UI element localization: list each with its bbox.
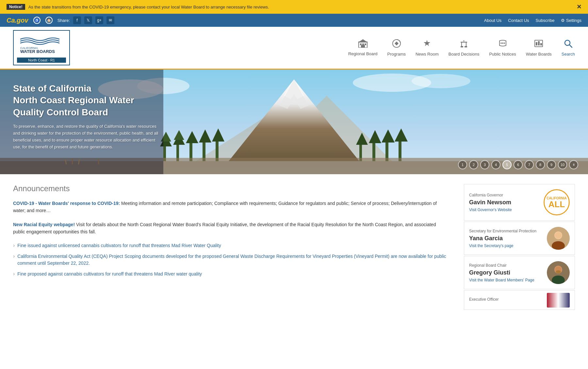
hero-page-7[interactable]: 7 xyxy=(525,160,534,169)
ca-gov-logo[interactable]: Ca.gov xyxy=(7,17,28,24)
nav-regional-board[interactable]: Regional Board xyxy=(348,39,378,56)
covid-link[interactable]: COVID-19 - Water Boards' response to COV… xyxy=(13,201,120,206)
bullet-link-1[interactable]: Fine issued against unlicensed cannabis … xyxy=(17,242,221,249)
hero-page-5[interactable]: 5 xyxy=(502,160,512,169)
hero-text: State of CaliforniaNorth Coast Regional … xyxy=(13,83,160,150)
executive-officer-card: Executive Officer xyxy=(464,290,575,310)
hero-page-6[interactable]: 6 xyxy=(514,160,523,169)
hero-title: State of CaliforniaNorth Coast Regional … xyxy=(13,83,160,118)
nav-programs-label: Programs xyxy=(387,52,406,57)
svg-point-65 xyxy=(555,232,562,239)
hero-pagination: 1 2 3 4 5 6 7 8 9 10 ⏸ xyxy=(458,160,578,169)
svg-rect-22 xyxy=(540,43,542,45)
hero-page-4[interactable]: 4 xyxy=(491,160,500,169)
hero-page-9[interactable]: 9 xyxy=(547,160,556,169)
bullet-list: › Fine issued against unlicensed cannabi… xyxy=(13,242,448,277)
hero-description: To preserve, enhance, and restore the qu… xyxy=(13,123,160,150)
svg-text:WATER BOARDS: WATER BOARDS xyxy=(20,49,55,54)
svg-point-29 xyxy=(412,74,470,88)
about-us-link[interactable]: About Us xyxy=(484,18,501,23)
svg-rect-3 xyxy=(360,43,362,45)
nav-water-boards[interactable]: Water Boards xyxy=(526,39,552,57)
hero-section: State of CaliforniaNorth Coast Regional … xyxy=(0,70,588,174)
svg-rect-4 xyxy=(362,43,364,45)
governor-info: California Governor Gavin Newsom Visit G… xyxy=(469,193,512,212)
contact-us-link[interactable]: Contact Us xyxy=(508,18,529,23)
svg-point-70 xyxy=(556,270,561,274)
board-chair-link[interactable]: Visit the Water Board Members' Page xyxy=(469,278,534,282)
svg-marker-7 xyxy=(358,39,368,42)
secretary-info: Secretary for Environmental Protection Y… xyxy=(469,229,536,248)
arrow-icon: › xyxy=(13,271,15,277)
board-chair-name: Gregory Giusti xyxy=(469,269,534,276)
notice-bar: Notice! As the state transitions from th… xyxy=(0,0,588,14)
nav-board-decisions[interactable]: Board Decisions xyxy=(449,39,480,57)
notice-label: Notice! xyxy=(7,4,25,10)
governor-card: California Governor Gavin Newsom Visit G… xyxy=(464,184,575,221)
facebook-icon[interactable]: f xyxy=(73,16,81,24)
executive-officer-avatar xyxy=(547,293,570,308)
announcement-racial-equity: New Racial Equity webpage! Visit for det… xyxy=(13,221,448,236)
racial-equity-link[interactable]: New Racial Equity webpage! xyxy=(13,222,75,227)
secretary-label: Secretary for Environmental Protection xyxy=(469,229,536,233)
hero-page-2[interactable]: 2 xyxy=(469,160,478,169)
google-plus-icon[interactable]: g+ xyxy=(95,16,103,24)
utility-bar: Ca.gov ♿ 🏠 Share: f 𝕏 g+ ✉ About Us Cont… xyxy=(0,14,588,27)
hero-page-1[interactable]: 1 xyxy=(458,160,467,169)
nav-public-notices-label: Public Notices xyxy=(489,52,516,57)
share-area: Share: f 𝕏 g+ ✉ xyxy=(57,16,114,24)
governor-label: California Governor xyxy=(469,193,512,197)
svg-marker-9 xyxy=(424,40,430,46)
svg-rect-5 xyxy=(365,43,366,45)
main-navigation: Regional Board Programs News Room Board … xyxy=(348,39,575,57)
secretary-link[interactable]: Visit the Secretary's page xyxy=(469,243,536,248)
subscribe-link[interactable]: Subscribe xyxy=(536,18,555,23)
hero-page-8[interactable]: 8 xyxy=(536,160,545,169)
bullet-link-2[interactable]: California Environmental Quality Act (CE… xyxy=(17,253,448,267)
nav-search-label: Search xyxy=(562,52,575,57)
board-chair-avatar xyxy=(547,261,570,284)
svg-rect-15 xyxy=(465,46,467,47)
settings-link[interactable]: ⚙ Settings xyxy=(561,18,581,23)
notice-close-button[interactable]: ✕ xyxy=(577,3,581,10)
all-text: ALL xyxy=(548,200,565,209)
hero-page-3[interactable]: 3 xyxy=(480,160,489,169)
nav-search[interactable]: Search xyxy=(562,39,575,57)
nav-programs[interactable]: Programs xyxy=(387,39,406,57)
secretary-name: Yana Garcia xyxy=(469,235,536,242)
hero-pause-button[interactable]: ⏸ xyxy=(569,160,578,169)
svg-point-17 xyxy=(502,42,503,44)
email-icon[interactable]: ✉ xyxy=(106,16,114,24)
nav-news-room-label: News Room xyxy=(416,52,439,57)
governor-name: Gavin Newsom xyxy=(469,199,512,206)
racial-equity-body: Visit for details about the North Coast … xyxy=(13,222,436,234)
svg-rect-14 xyxy=(461,46,463,47)
logo-box: CALIFORNIA WATER BOARDS North Coast · R1 xyxy=(13,30,70,65)
nav-news-room[interactable]: News Room xyxy=(416,39,439,57)
executive-officer-info: Executive Officer xyxy=(469,297,498,303)
accessibility-icon[interactable]: ♿ xyxy=(33,17,41,24)
executive-officer-label: Executive Officer xyxy=(469,297,498,302)
nav-public-notices[interactable]: Public Notices xyxy=(489,39,516,57)
announcement-covid: COVID-19 - Water Boards' response to COV… xyxy=(13,200,448,214)
list-item: › Fine issued against unlicensed cannabi… xyxy=(13,242,448,249)
public-notices-icon xyxy=(498,39,507,50)
sidebar: California Governor Gavin Newsom Visit G… xyxy=(464,184,575,311)
programs-icon xyxy=(392,39,401,50)
content-area: Announcements COVID-19 - Water Boards' r… xyxy=(0,174,588,321)
svg-point-16 xyxy=(500,42,502,44)
nav-board-decisions-label: Board Decisions xyxy=(449,52,480,57)
logo-area[interactable]: CALIFORNIA WATER BOARDS North Coast · R1 xyxy=(13,30,70,65)
news-room-icon xyxy=(422,39,432,50)
arrow-icon: › xyxy=(13,243,15,248)
secretary-card: Secretary for Environmental Protection Y… xyxy=(464,222,575,255)
twitter-icon[interactable]: 𝕏 xyxy=(84,16,92,24)
hero-page-10[interactable]: 10 xyxy=(558,160,567,169)
bullet-link-3[interactable]: Fine proposed against cannabis cultivato… xyxy=(17,271,202,277)
home-icon[interactable]: 🏠 xyxy=(45,17,53,24)
governor-link[interactable]: Visit Governor's Website xyxy=(469,208,512,212)
search-icon xyxy=(564,39,573,50)
svg-rect-20 xyxy=(536,42,537,45)
logo-svg: CALIFORNIA WATER BOARDS xyxy=(17,33,66,56)
regional-board-icon xyxy=(358,39,368,50)
